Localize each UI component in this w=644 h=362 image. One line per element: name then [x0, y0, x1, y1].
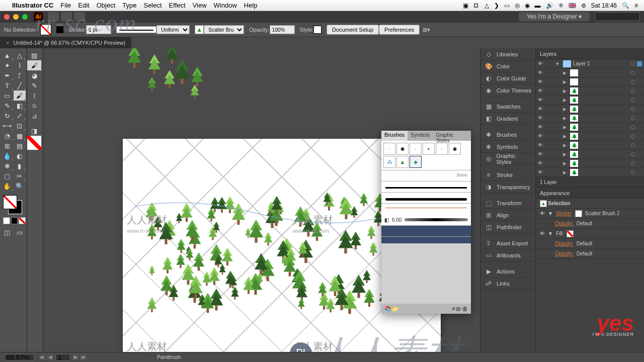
delete-icon[interactable]: 🗑	[462, 306, 468, 312]
preferences-button[interactable]: Preferences	[379, 25, 420, 35]
gradient-mode[interactable]	[11, 217, 18, 224]
proxy-none[interactable]	[27, 136, 41, 150]
join-tool[interactable]: ⊿	[27, 111, 41, 121]
app-icon[interactable]: ▬	[535, 2, 541, 9]
layers-panel-tab[interactable]: Layers	[536, 48, 644, 59]
clock[interactable]: Sat 18:46	[591, 2, 617, 9]
fill-label[interactable]: Fill:	[556, 231, 564, 236]
visibility-icon[interactable]: 👁	[540, 211, 545, 216]
symbols-tab[interactable]: Symbols	[408, 131, 433, 141]
width-tool[interactable]: ⟷	[1, 121, 14, 131]
last-artboard-button[interactable]: ⏭	[80, 354, 87, 360]
brush-arrow[interactable]	[381, 203, 471, 214]
zoom-tool[interactable]: 🔍	[14, 181, 26, 191]
layer-row[interactable]: 👁 ▶🌲	[536, 141, 644, 150]
panel-gradient[interactable]: ◧Gradient	[480, 113, 535, 125]
perspective-tool[interactable]: ▦	[14, 131, 26, 141]
menu-icon[interactable]: ≡	[634, 2, 638, 9]
brush-preview[interactable]: ▲	[195, 25, 204, 34]
blend-tool[interactable]: ◐	[14, 151, 26, 161]
expand-icon[interactable]: ▼	[554, 61, 561, 66]
flag-icon[interactable]: 🇬🇧	[569, 2, 576, 9]
fill-swatch[interactable]	[567, 230, 574, 237]
menu-object[interactable]: Object	[97, 2, 116, 9]
folder-icon[interactable]: 📁	[391, 306, 398, 312]
mesh-tool[interactable]: ⊞	[1, 141, 14, 151]
draw-mode[interactable]: ◫	[1, 227, 14, 237]
brush-dot-5[interactable]: ·	[436, 143, 448, 155]
layer-row[interactable]: 👁 ▶🌲	[536, 159, 644, 168]
stroke-swatch[interactable]	[56, 26, 63, 33]
panel-color-themes[interactable]: ◉Color Themes	[480, 84, 535, 97]
panel-pathfinder[interactable]: ◫Pathfinder	[480, 221, 535, 233]
tool-fill-stroke[interactable]	[3, 195, 22, 214]
brush-def-select[interactable]: Scatter Bru...	[204, 25, 244, 34]
shape-builder-tool[interactable]: ◔	[1, 131, 14, 141]
arrange-button[interactable]	[61, 12, 72, 21]
stroke-weight-input[interactable]	[86, 25, 111, 34]
eraser-tool[interactable]: ◧	[14, 101, 26, 111]
app-name[interactable]: Illustrator CC	[12, 2, 53, 9]
menu-window[interactable]: Window	[214, 2, 237, 9]
brush-tool[interactable]: 🖌	[27, 60, 41, 70]
artboard-number[interactable]	[55, 354, 70, 361]
layer-row[interactable]: 👁 ▶🌲	[536, 86, 644, 96]
profile-preview[interactable]	[116, 26, 156, 33]
document-tab[interactable]: × Untitled-14* @ 66.67% (CMYK/CPU Previe…	[0, 37, 131, 48]
layer-row[interactable]: 👁 ▶🌲	[536, 114, 644, 123]
pencil-tool-2[interactable]: ✎	[27, 80, 41, 90]
appearance-fill-row[interactable]: 👁 ▼ Fill:	[536, 229, 644, 239]
panel-asset-export[interactable]: ⇪Asset Export	[480, 237, 535, 249]
brush-dot-1[interactable]: ·	[383, 143, 395, 155]
brush-stroke-1[interactable]	[381, 181, 471, 192]
panel-color[interactable]: 🎨Color	[480, 60, 535, 72]
search-field[interactable]	[595, 12, 640, 21]
opacity-label[interactable]: Opacity:	[555, 221, 574, 226]
magic-wand-tool[interactable]: ✦	[1, 60, 14, 70]
volume-icon[interactable]: 🔊	[546, 2, 553, 9]
fill-proxy[interactable]: ▨	[27, 50, 41, 60]
brush-size-row[interactable]: ◧ 6.00	[381, 214, 471, 225]
panel-swatches[interactable]: ▦Swatches	[480, 101, 535, 113]
path-eraser-tool[interactable]: ⦸	[27, 101, 41, 111]
rectangle-tool[interactable]: ▭	[1, 90, 14, 101]
artboard-tool[interactable]: ▢	[1, 171, 14, 181]
status-icon[interactable]: ❯	[494, 2, 499, 9]
visibility-icon[interactable]: 👁	[536, 61, 545, 66]
panel-transparency[interactable]: ◑Transparency	[480, 181, 535, 193]
close-tab-icon[interactable]: ×	[6, 40, 9, 46]
pattern-brush-1[interactable]	[381, 225, 471, 236]
stock-button[interactable]	[74, 12, 85, 21]
panel-brushes[interactable]: ✱Brushes	[480, 129, 535, 141]
display-icon[interactable]: ▭	[504, 2, 510, 9]
curvature-tool[interactable]: ⤴	[14, 70, 26, 80]
rotate-tool[interactable]: ↻	[1, 111, 14, 121]
slice-tool[interactable]: ✂	[14, 171, 26, 181]
brushes-panel[interactable]: Brushes Symbols Graphic Styles · ● · • ·…	[381, 131, 471, 314]
appearance-stroke-row[interactable]: 👁 ▼ Stroke: Scatter Brush 2	[536, 209, 644, 219]
menu-effect[interactable]: Effect	[169, 2, 186, 9]
minimize-window[interactable]	[13, 14, 19, 20]
layer-row[interactable]: 👁 ▶🌲	[536, 105, 644, 114]
layer-row[interactable]: 👁 ▶	[536, 77, 644, 86]
line-tool[interactable]: ╱	[14, 80, 26, 90]
brush-dot-6[interactable]: ●	[449, 143, 461, 155]
brush-dot-2[interactable]: ●	[396, 143, 409, 155]
appearance-opacity[interactable]: Opacity: Default	[536, 249, 644, 259]
appearance-panel-tab[interactable]: Appearance	[536, 188, 644, 199]
eyedropper-tool[interactable]: 💧	[1, 151, 14, 161]
bridge-button[interactable]	[48, 12, 59, 21]
smooth-tool[interactable]: ⌇	[27, 90, 41, 101]
fill-color[interactable]	[3, 195, 17, 209]
panel-artboards[interactable]: ▭Artboards	[480, 249, 535, 261]
sync-icon[interactable]: ◎	[515, 2, 520, 9]
library-icon[interactable]: 📚	[384, 306, 391, 312]
panel-align[interactable]: ⊞Align	[480, 209, 535, 221]
expand-icon[interactable]: ▼	[548, 231, 553, 236]
remove-stroke-icon[interactable]: ✕	[451, 306, 456, 312]
visibility-icon[interactable]: 👁	[540, 231, 545, 236]
panel-symbols[interactable]: ❀Symbols	[480, 141, 535, 153]
scale-tool[interactable]: ⤢	[14, 111, 26, 121]
status-icon[interactable]: ▣	[463, 2, 468, 9]
panel-transform[interactable]: ⬚Transform	[480, 197, 535, 209]
